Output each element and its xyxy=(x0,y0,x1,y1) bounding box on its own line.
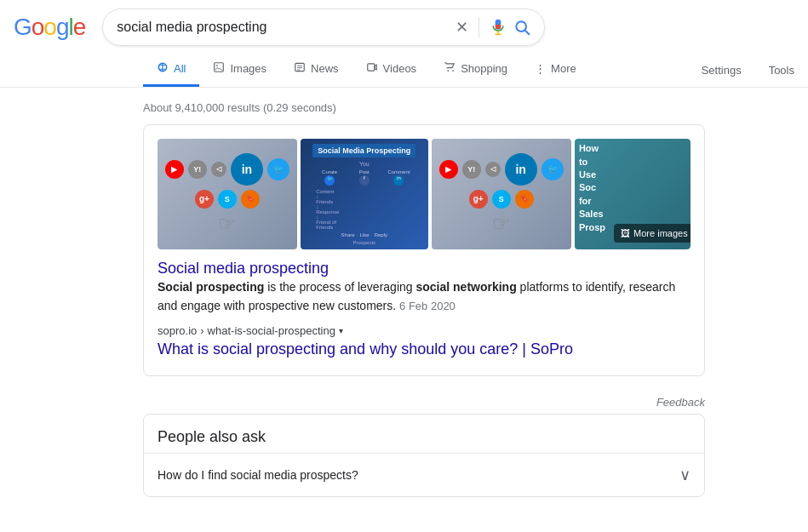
results-stats: About 9,410,000 results (0.29 seconds) xyxy=(143,96,808,124)
tools-label: Tools xyxy=(769,64,794,77)
clear-search-icon[interactable]: ✕ xyxy=(456,18,468,37)
paa-item-0[interactable]: How do I find social media prospects? ∨ xyxy=(144,453,704,496)
shopping-icon xyxy=(444,61,456,76)
snippet-bold-2: social networking xyxy=(415,280,516,294)
image-icon: 🖼 xyxy=(621,228,630,238)
svg-rect-14 xyxy=(367,64,374,71)
tab-shopping[interactable]: Shopping xyxy=(430,53,521,87)
tab-shopping-label: Shopping xyxy=(461,62,507,75)
snippet-image-2[interactable]: Social Media Prospecting You CuratePostC… xyxy=(301,139,428,249)
nav-tabs: All Images News V xyxy=(0,46,808,88)
people-also-ask-section: People also ask How do I find social med… xyxy=(143,414,705,497)
tab-news[interactable]: News xyxy=(280,53,352,87)
snippet-bold-1: Social prospecting xyxy=(158,280,264,294)
search-divider xyxy=(478,17,479,37)
search-bar: ✕ xyxy=(102,9,545,46)
more-dots-icon: ⋮ xyxy=(535,62,546,75)
paa-question-0: How do I find social media prospects? xyxy=(158,468,358,482)
image-strip: ▶ Y! ◁ in 🐦 g+ S 🔖 ☞ Social Media Prospe… xyxy=(158,139,691,249)
result-domain: sopro.io xyxy=(158,324,197,337)
tab-all[interactable]: All xyxy=(143,53,199,87)
videos-icon xyxy=(366,61,378,76)
tab-news-label: News xyxy=(311,62,339,75)
snippet-title[interactable]: Social media prospecting xyxy=(158,260,329,277)
tab-videos[interactable]: Videos xyxy=(352,53,431,87)
tab-more[interactable]: ⋮ More xyxy=(521,54,590,86)
svg-point-15 xyxy=(448,70,450,72)
results-area: About 9,410,000 results (0.29 seconds) ▶… xyxy=(0,88,808,506)
all-icon xyxy=(157,61,169,76)
svg-line-3 xyxy=(525,31,530,35)
google-logo[interactable]: Google xyxy=(14,14,85,41)
featured-snippet-card: ▶ Y! ◁ in 🐦 g+ S 🔖 ☞ Social Media Prospe… xyxy=(143,124,705,376)
settings-label: Settings xyxy=(702,64,742,77)
tab-all-label: All xyxy=(174,62,186,75)
microphone-icon[interactable] xyxy=(490,19,507,36)
snippet-image-3[interactable]: ▶ Y! ◁ in 🐦 g+ S 🔖 ☞ xyxy=(432,139,571,249)
snippet-text-1: is the process of leveraging xyxy=(264,280,415,294)
feedback-link[interactable]: Feedback xyxy=(656,396,705,409)
url-dropdown-icon[interactable]: ▾ xyxy=(339,326,343,335)
more-images-button[interactable]: 🖼 More images xyxy=(614,224,691,243)
tab-videos-label: Videos xyxy=(383,62,417,75)
snippet-date: 6 Feb 2020 xyxy=(399,300,456,312)
result-path: what-is-social-prospecting xyxy=(208,324,335,337)
header: Google ✕ xyxy=(0,0,808,46)
news-icon xyxy=(294,61,306,76)
search-icon[interactable] xyxy=(513,19,530,36)
paa-title: People also ask xyxy=(144,415,704,453)
images-icon xyxy=(213,61,225,76)
svg-point-16 xyxy=(452,70,454,72)
feedback-row: Feedback xyxy=(143,390,705,414)
snippet-image-4[interactable]: How to Use Socfor Sales Prosp 🖼 More ima… xyxy=(575,139,691,249)
nav-settings: Settings Tools xyxy=(688,55,808,85)
tab-settings[interactable]: Settings xyxy=(688,55,755,85)
breadcrumb-separator: › xyxy=(200,324,203,337)
result-link[interactable]: What is social prospecting and why shoul… xyxy=(158,340,691,358)
svg-point-9 xyxy=(217,65,219,66)
tab-more-label: More xyxy=(551,62,576,75)
search-input[interactable] xyxy=(117,20,449,35)
snippet-text: Social prospecting is the process of lev… xyxy=(158,277,691,316)
snippet-image-1[interactable]: ▶ Y! ◁ in 🐦 g+ S 🔖 ☞ xyxy=(158,139,297,249)
tab-images[interactable]: Images xyxy=(199,53,280,87)
paa-chevron-icon: ∨ xyxy=(679,466,691,484)
tab-images-label: Images xyxy=(230,62,266,75)
tab-tools[interactable]: Tools xyxy=(755,55,808,85)
more-images-label: More images xyxy=(633,228,688,238)
result-breadcrumb: sopro.io › what-is-social-prospecting ▾ xyxy=(158,324,691,337)
